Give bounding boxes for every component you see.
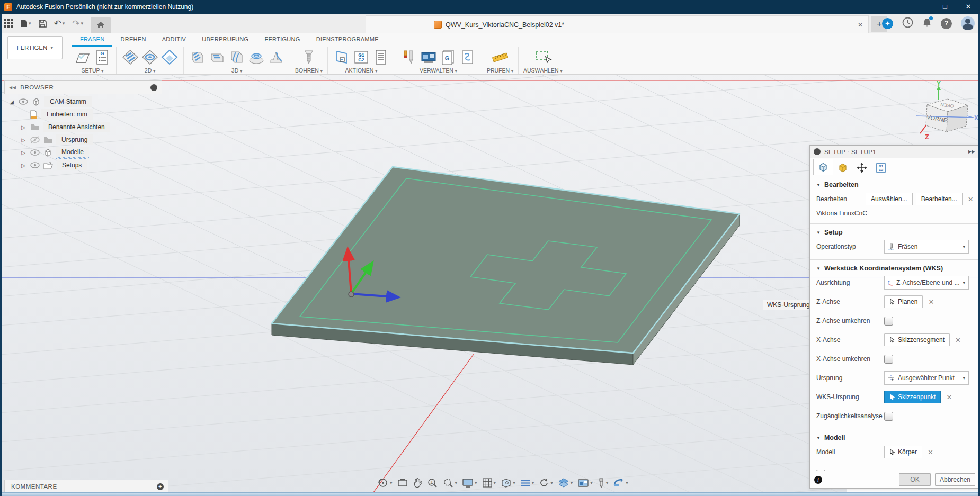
info-icon[interactable]: i xyxy=(814,476,822,484)
tab-additiv[interactable]: ADDITIV xyxy=(154,33,194,47)
orbit-icon[interactable]: ▾ xyxy=(377,477,393,489)
tree-item-cam-stamm[interactable]: ◢ CAM-Stamm xyxy=(4,95,110,108)
measure-icon[interactable] xyxy=(491,48,509,67)
clear-machine-icon[interactable]: ✕ xyxy=(968,195,974,203)
z-achse-select-button[interactable]: Planen xyxy=(884,295,923,308)
undo-icon[interactable]: ↶ ▾ xyxy=(54,18,65,29)
grid-snap-icon[interactable]: ▾ xyxy=(482,477,496,488)
3d-steep-shallow-icon[interactable] xyxy=(228,48,246,67)
dialog-collapse-icon[interactable]: – xyxy=(814,148,821,155)
group-pruefen-label[interactable]: PRÜFEN ▾ xyxy=(487,67,513,74)
ursprung-dropdown[interactable]: Ausgewählter Punkt ▾ xyxy=(884,371,969,385)
postprocess-icon[interactable]: G1G2 xyxy=(352,48,370,67)
viewcube[interactable]: Y OBEN VORNE X Z xyxy=(916,77,980,145)
browser-panel-header[interactable]: ◀◀ BROWSER – xyxy=(4,80,162,94)
clear-z-achse-icon[interactable]: ✕ xyxy=(928,298,934,306)
tree-item-einheiten[interactable]: Einheiten: mm xyxy=(4,108,110,121)
look-at-icon[interactable] xyxy=(397,478,408,488)
job-status-icon[interactable] xyxy=(902,17,913,30)
nc-program-icon[interactable]: G xyxy=(93,48,111,67)
section-bearbeiten[interactable]: ▼ Bearbeiten xyxy=(810,177,979,190)
stock-display-icon[interactable]: ▾ xyxy=(558,477,573,488)
machine-display-icon[interactable]: ▾ xyxy=(577,478,593,488)
x-achse-select-button[interactable]: Skizzensegment xyxy=(884,333,950,346)
collapse-caret-icon[interactable]: ▷ xyxy=(20,137,26,143)
tree-item-ursprung[interactable]: ▷ Ursprung xyxy=(4,133,110,146)
regenerate-icon[interactable]: ▾ xyxy=(539,477,553,488)
tab-ueberpruefung[interactable]: ÜBERPRÜFUNG xyxy=(194,33,256,47)
minimize-button[interactable]: – xyxy=(910,0,933,14)
wcs-origin-point[interactable] xyxy=(349,292,354,297)
clear-x-achse-icon[interactable]: ✕ xyxy=(955,336,961,344)
clear-modell-icon[interactable]: ✕ xyxy=(928,448,933,456)
machine-edit-button[interactable]: Bearbeiten... xyxy=(916,193,963,205)
group-auswaehlen-label[interactable]: AUSWÄHLEN ▾ xyxy=(523,67,562,74)
post-library-icon[interactable]: G xyxy=(439,48,457,67)
modell-select-button[interactable]: Körper xyxy=(884,446,922,458)
x-umkehren-checkbox[interactable] xyxy=(884,355,893,364)
tree-item-setups[interactable]: ▷ Setups xyxy=(4,159,110,172)
group-3d-label[interactable]: 3D ▾ xyxy=(231,67,242,74)
tab-drehen[interactable]: DREHEN xyxy=(112,33,154,47)
machine-select-button[interactable]: Auswählen... xyxy=(866,193,913,205)
tab-offsets-page[interactable] xyxy=(852,160,871,175)
help-icon[interactable]: ? xyxy=(941,18,952,29)
operationstyp-dropdown[interactable]: Fräsen ▾ xyxy=(884,240,969,254)
toolpath-display-icon[interactable]: ▾ xyxy=(520,478,534,488)
workspace-switcher-button[interactable]: FERTIGEN ▾ xyxy=(7,36,63,59)
machine-library-icon[interactable] xyxy=(420,48,438,67)
save-icon[interactable] xyxy=(39,20,47,28)
app-grid-icon[interactable] xyxy=(4,19,13,28)
setup-sheet-icon[interactable] xyxy=(372,48,390,67)
tab-dienstprogramme[interactable]: DIENSTPROGRAMME xyxy=(308,33,387,47)
comments-add-icon[interactable]: + xyxy=(157,483,164,490)
browser-minimize-icon[interactable]: – xyxy=(150,84,157,91)
tree-item-modelle[interactable]: ▷ Modelle xyxy=(4,146,110,159)
tab-setup-page[interactable] xyxy=(813,159,833,175)
pan-icon[interactable] xyxy=(413,477,422,488)
tab-stock-page[interactable] xyxy=(833,160,852,175)
3d-pocket-icon[interactable] xyxy=(208,48,226,67)
zoom-window-icon[interactable]: ▾ xyxy=(443,477,458,488)
collapse-caret-icon[interactable]: ▷ xyxy=(20,124,26,130)
setup-dialog-header[interactable]: – SETUP : SETUP1 ▶▶ xyxy=(810,146,979,158)
extensions-icon[interactable]: ✦ xyxy=(882,18,893,29)
ausrichtung-dropdown[interactable]: Z-Achse/Ebene und ... ▾ xyxy=(884,276,969,290)
eye-icon[interactable] xyxy=(19,98,28,105)
simulation-display-icon[interactable]: ▾ xyxy=(613,478,628,488)
display-settings-icon[interactable]: ▾ xyxy=(462,478,477,488)
collapse-caret-icon[interactable]: ▷ xyxy=(20,150,26,156)
select-icon[interactable] xyxy=(534,48,552,67)
browser-collapse-icon[interactable]: ◀◀ xyxy=(9,85,16,90)
ok-button[interactable]: OK xyxy=(899,473,931,486)
tree-item-benannte-ansichten[interactable]: ▷ Benannte Ansichten xyxy=(4,121,110,133)
collapse-caret-icon[interactable]: ▷ xyxy=(20,163,26,168)
group-bohren-label[interactable]: BOHREN ▾ xyxy=(295,67,323,74)
3d-spiral-icon[interactable] xyxy=(267,48,285,67)
3d-adaptive-icon[interactable] xyxy=(189,48,207,67)
zoom-icon[interactable]: ± xyxy=(427,477,438,488)
comments-panel-header[interactable]: KOMMENTARE + xyxy=(4,480,168,493)
eye-slash-icon[interactable] xyxy=(30,136,40,143)
dialog-expand-icon[interactable]: ▶▶ xyxy=(968,149,975,154)
viewports-icon[interactable]: ▾ xyxy=(501,478,515,488)
3d-horizontal-icon[interactable] xyxy=(247,48,265,67)
tool-display-icon[interactable]: ▾ xyxy=(598,477,609,488)
group-verwalten-label[interactable]: VERWALTEN ▾ xyxy=(420,67,457,74)
home-view-button[interactable] xyxy=(91,17,111,33)
document-tab[interactable]: QWV_Kurs_ViktoriaCNC_Beispiel02 v1* ✕ xyxy=(366,15,869,33)
z-umkehren-checkbox[interactable] xyxy=(884,317,893,326)
group-aktionen-label[interactable]: AKTIONEN ▾ xyxy=(345,67,378,74)
redo-icon[interactable]: ↷ ▾ xyxy=(72,18,83,29)
expand-caret-icon[interactable]: ◢ xyxy=(8,99,15,105)
close-button[interactable]: ✕ xyxy=(957,0,980,14)
section-wks[interactable]: ▼ Werkstück Koordinatensystem (WKS) xyxy=(810,261,979,273)
cancel-button[interactable]: Abbrechen xyxy=(935,473,975,486)
tab-post-page[interactable]: G1G2 xyxy=(871,160,890,175)
section-setup[interactable]: ▼ Setup xyxy=(810,225,979,237)
eye-icon[interactable] xyxy=(30,149,40,156)
clear-wks-ursprung-icon[interactable]: ✕ xyxy=(946,393,952,401)
2d-contour-icon[interactable] xyxy=(161,48,179,67)
2d-pocket-icon[interactable] xyxy=(141,48,159,67)
section-modell[interactable]: ▼ Modell xyxy=(810,430,979,443)
